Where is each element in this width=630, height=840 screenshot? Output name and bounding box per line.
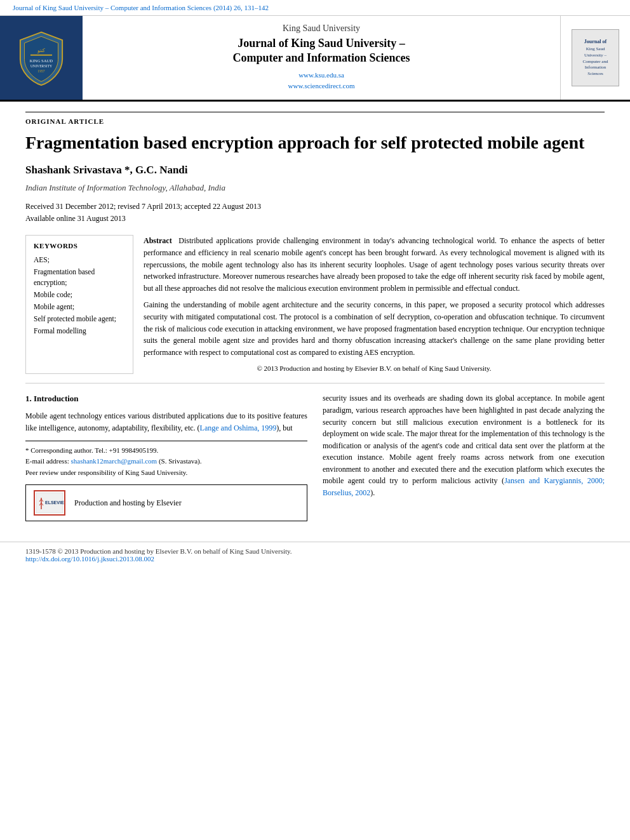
elsevier-box: ELSEVIER Production and hosting by Elsev… (25, 484, 307, 521)
svg-text:1957: 1957 (37, 69, 45, 73)
journal-header: كنتو KING SAUD UNIVERSITY 1957 King Saud… (0, 16, 630, 102)
abstract-body-1: Distributed applications provide challen… (144, 236, 605, 292)
abstract-para-2: Gaining the understanding of mobile agen… (144, 299, 605, 358)
footer-issn: 1319-1578 © 2013 Production and hosting … (25, 547, 605, 555)
body-two-col: 1. Introduction Mobile agent technology … (25, 392, 605, 521)
footnote-1: * Corresponding author. Tel.: +91 998490… (25, 445, 307, 457)
jansen-citation: Jansen and Karygiannis, 2000; Borselius,… (323, 476, 605, 497)
elsevier-tagline: Production and hosting by Elsevier (74, 497, 182, 509)
header-center: King Saud University Journal of King Sau… (83, 16, 560, 100)
available-date: Available online 31 August 2013 (25, 214, 126, 223)
bottom-bar: 1319-1578 © 2013 Production and hosting … (0, 542, 630, 568)
keyword-2: Fragmentation based encryption; (34, 267, 125, 287)
header-logo-left: كنتو KING SAUD UNIVERSITY 1957 (0, 16, 83, 100)
footnote-2: E-mail address: shashank12march@gmail.co… (25, 456, 307, 467)
copyright-line: © 2013 Production and hosting by Elsevie… (144, 363, 605, 374)
journal-thumbnail: Journal of King Saud University – Comput… (572, 29, 619, 86)
body-col-right: security issues and its overheads are sh… (323, 392, 605, 521)
abstract-para-1: Abstract Distributed applications provid… (144, 235, 605, 294)
website-link-sciencedirect[interactable]: www.sciencedirect.com (288, 82, 355, 90)
svg-text:ELSEVIER: ELSEVIER (45, 500, 64, 505)
journal-title: Journal of King Saud University – Comput… (232, 36, 410, 66)
body-col-left: 1. Introduction Mobile agent technology … (25, 392, 307, 521)
svg-rect-1 (30, 55, 52, 56)
abstract-label: Abstract (144, 236, 172, 245)
keyword-4: Mobile agent; (34, 302, 125, 312)
svg-text:KING SAUD: KING SAUD (30, 58, 53, 63)
email-link[interactable]: shashank12march@gmail.com (70, 457, 157, 465)
top-bar: Journal of King Saud University – Comput… (0, 0, 630, 16)
website-link-ksu[interactable]: www.ksu.edu.sa (298, 71, 344, 79)
header-logo-right: Journal of King Saud University – Comput… (560, 16, 630, 100)
abstract-text: Abstract Distributed applications provid… (144, 235, 605, 374)
keywords-abstract-section: KEYWORDS AES; Fragmentation based encryp… (25, 235, 605, 374)
intro-section-title: 1. Introduction (25, 392, 307, 405)
website-links: www.ksu.edu.sa www.sciencedirect.com (288, 70, 355, 92)
footnote-area: * Corresponding author. Tel.: +91 998490… (25, 441, 307, 479)
university-shield-icon: كنتو KING SAUD UNIVERSITY 1957 (16, 29, 67, 86)
author-names: Shashank Srivastava *, G.C. Nandi (25, 164, 188, 176)
footer-doi: http://dx.doi.org/10.1016/j.jksuci.2013.… (25, 555, 605, 563)
university-name: King Saud University (283, 23, 360, 34)
keyword-1: AES; (34, 255, 125, 265)
article-title: Fragmentation based encryption approach … (25, 131, 605, 154)
authors: Shashank Srivastava *, G.C. Nandi (25, 164, 605, 177)
svg-text:UNIVERSITY: UNIVERSITY (30, 64, 52, 68)
elsevier-logo: ELSEVIER (34, 490, 65, 516)
keywords-box: KEYWORDS AES; Fragmentation based encryp… (25, 235, 133, 374)
footnote-3: Peer review under responsibility of King… (25, 467, 307, 479)
article-type: ORIGINAL ARTICLE (25, 112, 605, 125)
lange-citation: Lange and Oshima, 1999 (200, 423, 277, 432)
received-date: Received 31 December 2012; revised 7 Apr… (25, 202, 261, 211)
intro-para-right: security issues and its overheads are sh… (323, 392, 605, 498)
section-divider (25, 383, 605, 383)
received-info: Received 31 December 2012; revised 7 Apr… (25, 201, 605, 225)
journal-citation: Journal of King Saud University – Comput… (13, 4, 269, 11)
keyword-3: Mobile code; (34, 290, 125, 300)
intro-para-1: Mobile agent technology entices various … (25, 410, 307, 434)
content-area: ORIGINAL ARTICLE Fragmentation based enc… (0, 102, 630, 531)
keyword-5: Self protected mobile agent; (34, 314, 125, 324)
svg-text:كنتو: كنتو (37, 48, 45, 53)
doi-link[interactable]: http://dx.doi.org/10.1016/j.jksuci.2013.… (25, 555, 154, 563)
abstract-section: Abstract Distributed applications provid… (144, 235, 605, 374)
keyword-6: Formal modelling (34, 326, 125, 336)
keywords-title: KEYWORDS (34, 242, 125, 250)
affiliation: Indian Institute of Information Technolo… (25, 183, 605, 193)
